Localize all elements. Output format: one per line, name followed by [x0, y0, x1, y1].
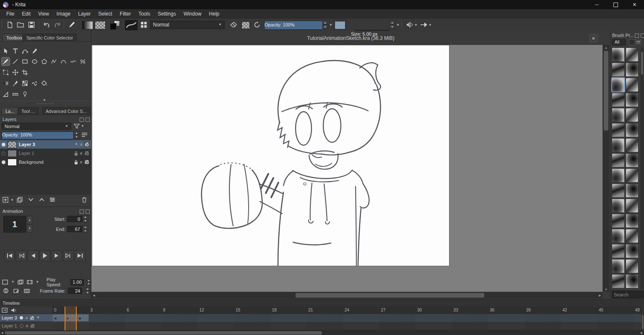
- play-speed-steppers[interactable]: ▲▼: [86, 279, 91, 286]
- color-sampler-tool[interactable]: [11, 79, 19, 87]
- add-layer-button[interactable]: [1, 196, 10, 204]
- tab-layers[interactable]: La...: [2, 107, 18, 115]
- step-up-icon[interactable]: ▲: [27, 216, 32, 224]
- brush-preset[interactable]: [612, 47, 625, 62]
- menu-file[interactable]: File: [3, 10, 18, 18]
- chevron-down-icon[interactable]: ▼: [396, 24, 400, 27]
- menu-tools[interactable]: Tools: [135, 10, 154, 18]
- previous-frame-button[interactable]: [28, 250, 39, 261]
- next-keyframe-button[interactable]: [63, 250, 74, 261]
- calligraphy-tool[interactable]: [31, 47, 39, 55]
- next-frame-button[interactable]: [51, 250, 62, 261]
- move-layer-up-button[interactable]: [37, 196, 46, 204]
- previous-keyframe-button[interactable]: [16, 250, 27, 261]
- tab-specific-color-selector[interactable]: Specific Color Selector: [23, 34, 77, 41]
- skip-to-end-button[interactable]: [75, 250, 86, 261]
- brush-preset[interactable]: [626, 199, 639, 213]
- brush-preset[interactable]: [626, 108, 639, 122]
- brush-preset[interactable]: [626, 47, 639, 62]
- edit-shapes-tool[interactable]: [21, 47, 29, 55]
- brush-docker-buttons[interactable]: [635, 34, 644, 38]
- tab-advanced-color-selector[interactable]: Advanced Color S...: [42, 107, 91, 115]
- size-steppers[interactable]: ▲▼: [390, 21, 395, 29]
- toolbar-grip[interactable]: [2, 21, 4, 29]
- line-tool[interactable]: [11, 58, 19, 65]
- menu-filter[interactable]: Filter: [116, 10, 135, 18]
- step-down-icon[interactable]: ▼: [322, 25, 328, 29]
- onion-skins-button[interactable]: [2, 287, 10, 295]
- brush-preset[interactable]: [612, 214, 625, 228]
- start-spinbox[interactable]: 0: [67, 216, 82, 222]
- scrollbar-thumb[interactable]: [5, 331, 322, 335]
- measure-tool[interactable]: [11, 90, 19, 98]
- brush-search-input[interactable]: [612, 291, 644, 298]
- inherit-alpha-icon[interactable]: [30, 316, 34, 320]
- alpha-lock-icon[interactable]: α: [80, 152, 82, 155]
- brush-preset[interactable]: [612, 183, 625, 198]
- brush-preset[interactable]: [612, 229, 625, 243]
- brush-presets-grid-button[interactable]: [139, 20, 148, 29]
- vertical-mirror-button[interactable]: [419, 20, 428, 29]
- new-document-button[interactable]: [5, 20, 14, 29]
- document-canvas[interactable]: [92, 45, 449, 266]
- splitter-handle[interactable]: [37, 103, 54, 104]
- chevron-down-icon[interactable]: ▼: [36, 316, 40, 319]
- visible-eye-icon[interactable]: [20, 316, 23, 319]
- end-spinbox[interactable]: 67: [67, 226, 82, 232]
- brush-preset[interactable]: [612, 63, 625, 77]
- brush-preset[interactable]: [626, 123, 639, 137]
- audio-icon[interactable]: [11, 308, 16, 313]
- reload-preset-button[interactable]: [252, 20, 262, 29]
- empty-frame-button[interactable]: [2, 278, 8, 286]
- fg-bg-color-swatch[interactable]: [109, 20, 121, 30]
- frame-rate-spinbox[interactable]: 24: [68, 288, 82, 294]
- step-down-icon[interactable]: ▼: [27, 224, 32, 233]
- inherit-alpha-icon[interactable]: [31, 324, 34, 328]
- menu-select[interactable]: Select: [94, 10, 116, 18]
- scroll-right-arrow[interactable]: ▶: [597, 292, 602, 298]
- horizontal-mirror-button[interactable]: [405, 20, 414, 29]
- layer-row-background[interactable]: Background α: [0, 158, 91, 167]
- save-button[interactable]: [27, 20, 36, 29]
- ellipse-tool[interactable]: [31, 58, 39, 65]
- brush-preset[interactable]: [612, 199, 625, 213]
- toolbar-grip[interactable]: [64, 21, 66, 29]
- film-settings-button[interactable]: [26, 278, 33, 286]
- layer-blend-mode-dropdown[interactable]: Normal ▼: [2, 123, 71, 130]
- end-steppers[interactable]: ▲▼: [83, 225, 88, 233]
- delete-layer-button[interactable]: [80, 196, 89, 204]
- brush-preset[interactable]: [612, 93, 625, 107]
- keyframe-cell[interactable]: [52, 314, 65, 322]
- frame-rate-steppers[interactable]: ▲▼: [85, 287, 90, 294]
- brush-preset[interactable]: [612, 168, 625, 183]
- opacity-slider[interactable]: Opacity: 100%: [264, 21, 323, 30]
- step-up-icon[interactable]: ▲: [322, 21, 328, 25]
- chevron-down-icon[interactable]: ▼: [329, 24, 332, 27]
- layer-name[interactable]: Background: [19, 160, 72, 165]
- timeline-frames-layer1[interactable]: [52, 322, 641, 330]
- play-speed-spinbox[interactable]: 1.00: [70, 279, 83, 285]
- transform-tool[interactable]: [2, 68, 10, 76]
- copy-frame-button[interactable]: [17, 278, 23, 286]
- step-up-icon[interactable]: ▲: [83, 215, 88, 219]
- gradient-chooser[interactable]: [82, 21, 93, 29]
- scrollbar-thumb[interactable]: [296, 293, 484, 298]
- keyframe-cell[interactable]: [77, 314, 89, 322]
- step-down-icon[interactable]: ▼: [74, 135, 79, 139]
- brush-preset[interactable]: [626, 259, 639, 273]
- play-button[interactable]: [39, 250, 50, 261]
- layers-docker-buttons[interactable]: [80, 118, 90, 122]
- canvas-horizontal-scrollbar[interactable]: ◀ ▶: [91, 292, 602, 298]
- layer-opacity-steppers[interactable]: ▲▼: [74, 131, 79, 139]
- chevron-down-icon[interactable]: ▼: [414, 24, 418, 27]
- scroll-up-arrow[interactable]: ▲: [603, 45, 609, 50]
- freehand-path-tool[interactable]: [69, 58, 77, 65]
- maximize-button[interactable]: [606, 0, 625, 9]
- brush-preset[interactable]: [612, 153, 625, 168]
- minimize-button[interactable]: ─: [587, 0, 606, 9]
- layer-row-layer3[interactable]: Layer 3 ▼ α: [0, 140, 91, 149]
- canvas-vertical-scrollbar[interactable]: ▲ ▼: [603, 45, 609, 292]
- float-docker-icon[interactable]: [80, 209, 84, 214]
- brush-grid-scrollbar[interactable]: [641, 47, 644, 289]
- menu-window[interactable]: Window: [180, 10, 205, 18]
